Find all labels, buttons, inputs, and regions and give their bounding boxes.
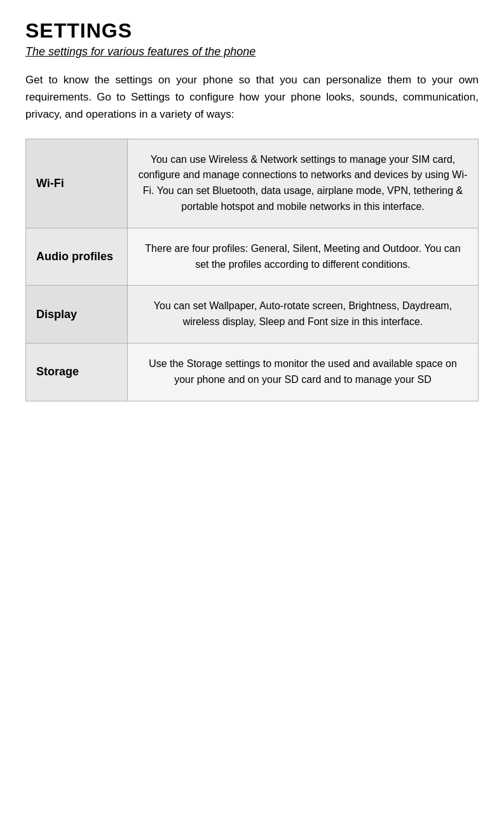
page-title: SETTINGS: [25, 19, 479, 43]
feature-desc-wifi: You can use Wireless & Network settings …: [128, 139, 479, 228]
intro-text: Get to know the settings on your phone s…: [25, 71, 479, 123]
feature-desc-audio: There are four profiles: General, Silent…: [128, 228, 479, 286]
table-row: Audio profiles There are four profiles: …: [26, 228, 479, 286]
settings-table: Wi-Fi You can use Wireless & Network set…: [25, 139, 479, 401]
feature-desc-display: You can set Wallpaper, Auto-rotate scree…: [128, 286, 479, 344]
feature-name-audio: Audio profiles: [26, 228, 128, 286]
table-row: Storage Use the Storage settings to moni…: [26, 343, 479, 401]
feature-name-storage: Storage: [26, 343, 128, 401]
feature-desc-storage: Use the Storage settings to monitor the …: [128, 343, 479, 401]
table-row: Wi-Fi You can use Wireless & Network set…: [26, 139, 479, 228]
page-subtitle: The settings for various features of the…: [25, 45, 479, 59]
feature-name-display: Display: [26, 286, 128, 344]
table-row: Display You can set Wallpaper, Auto-rota…: [26, 286, 479, 344]
feature-name-wifi: Wi-Fi: [26, 139, 128, 228]
